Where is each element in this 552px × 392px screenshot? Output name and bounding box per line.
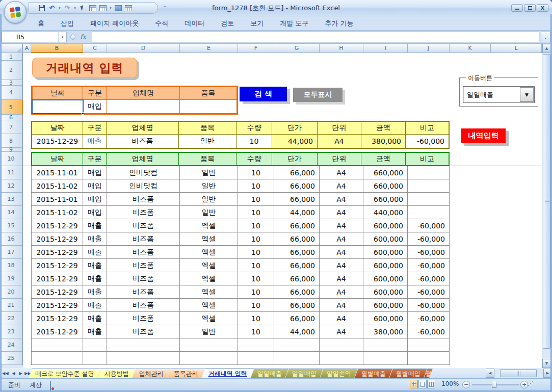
cell[interactable]: 매출 xyxy=(83,299,107,312)
cell[interactable]: 2015-12-29 xyxy=(31,246,83,259)
cell[interactable]: 2015-12-29 xyxy=(31,299,83,312)
cell[interactable]: -60,000 xyxy=(408,272,450,285)
cell[interactable]: -60,000 xyxy=(408,299,450,312)
cell[interactable] xyxy=(363,338,408,352)
undo-dropdown-icon[interactable]: ▾ xyxy=(58,6,62,10)
column-header-D[interactable]: D xyxy=(107,44,180,53)
fill-handle[interactable] xyxy=(82,112,84,115)
cell[interactable]: 비즈폼 xyxy=(107,246,180,259)
cell[interactable]: -60,000 xyxy=(408,232,450,246)
entry-submit-button[interactable]: 내역입력 xyxy=(461,128,506,143)
cell[interactable]: 600,000 xyxy=(363,312,408,325)
header-cell[interactable]: 품목 xyxy=(179,122,236,135)
cell[interactable]: 비즈폼 xyxy=(107,219,180,232)
cell[interactable]: 엑셀 xyxy=(180,272,238,285)
cell[interactable]: 매입 xyxy=(83,166,107,179)
cell[interactable]: 10 xyxy=(238,232,274,246)
cell[interactable]: 10 xyxy=(238,299,274,312)
formula-bar-expand-icon[interactable]: ⌄ xyxy=(541,32,550,42)
cell[interactable]: 일반 xyxy=(180,193,238,206)
header-cell[interactable]: 날짜 xyxy=(33,87,83,100)
table-icon[interactable] xyxy=(88,4,97,13)
horizontal-scrollbar-thumb[interactable] xyxy=(500,369,537,377)
row-header-24[interactable]: 24 xyxy=(0,338,23,352)
ribbon-tab-검토[interactable]: 검토 xyxy=(213,16,242,31)
cell[interactable]: 66,000 xyxy=(274,219,320,232)
column-header-J[interactable]: J xyxy=(408,44,450,53)
sheet-tab-품목관리[interactable]: 품목관리 xyxy=(167,369,205,378)
scroll-up-icon[interactable]: ▲ xyxy=(542,44,551,53)
normal-view-button[interactable] xyxy=(410,380,418,388)
cell[interactable]: 비즈폼 xyxy=(107,259,180,272)
scroll-down-icon[interactable]: ▼ xyxy=(542,359,551,368)
cell[interactable]: 66,000 xyxy=(274,299,320,312)
panel-icon[interactable] xyxy=(114,4,123,13)
header-cell[interactable]: 금액 xyxy=(361,122,406,135)
cell[interactable]: 매출 xyxy=(83,312,107,325)
cell[interactable]: 10 xyxy=(238,285,274,299)
cell[interactable] xyxy=(408,338,450,352)
save-icon[interactable] xyxy=(37,4,46,13)
name-box[interactable]: B5 ▾ xyxy=(2,32,67,42)
column-header-B[interactable]: B xyxy=(31,44,83,53)
cell[interactable] xyxy=(238,338,274,352)
cell[interactable]: 일반 xyxy=(180,166,238,179)
cell[interactable] xyxy=(320,352,363,365)
window-minimize-button[interactable] xyxy=(511,4,523,12)
cell[interactable]: 380,000 xyxy=(361,135,406,148)
cell[interactable]: 10 xyxy=(238,219,274,232)
table-style-icon[interactable] xyxy=(98,4,108,13)
cell[interactable] xyxy=(274,338,320,352)
cell[interactable]: 2015-12-29 xyxy=(31,272,83,285)
cell[interactable]: 66,000 xyxy=(274,285,320,299)
cell[interactable]: 10 xyxy=(238,179,274,193)
select-all-button[interactable] xyxy=(0,44,23,53)
cell[interactable]: 2015-12-29 xyxy=(31,259,83,272)
cell[interactable]: 엑셀 xyxy=(180,259,238,272)
dropdown-arrow-icon[interactable]: ▼ xyxy=(520,87,534,102)
prev-sheet-icon[interactable]: ◀ xyxy=(10,369,17,377)
scroll-right-icon[interactable]: ▶ xyxy=(543,369,552,378)
cell[interactable]: 매출 xyxy=(83,232,107,246)
row-header-21[interactable]: 21 xyxy=(0,299,23,312)
page-break-view-button[interactable] xyxy=(427,380,435,388)
header-cell[interactable]: 품목 xyxy=(180,87,236,100)
ribbon-tab-추가 기능[interactable]: 추가 기능 xyxy=(317,16,361,31)
cell[interactable] xyxy=(320,338,363,352)
cell[interactable] xyxy=(363,352,408,365)
cell[interactable]: A4 xyxy=(320,179,363,193)
cell[interactable]: 66,000 xyxy=(274,179,320,193)
cell[interactable]: 매입 xyxy=(83,179,107,193)
cell[interactable]: 600,000 xyxy=(363,272,408,285)
cell[interactable]: 10 xyxy=(238,272,274,285)
cell[interactable]: 2015-12-29 xyxy=(31,325,83,338)
cell[interactable]: 10 xyxy=(238,325,274,338)
cell[interactable]: 600,000 xyxy=(363,285,408,299)
horizontal-scrollbar[interactable]: ◀ ▶ xyxy=(486,369,552,378)
grid-icon[interactable] xyxy=(124,4,133,13)
cell[interactable]: 2015-12-29 xyxy=(31,285,83,299)
row-header-9[interactable]: 9 xyxy=(0,148,23,152)
header-cell[interactable]: 구분 xyxy=(83,122,107,135)
cell[interactable] xyxy=(408,166,450,179)
cell[interactable]: 2015-11-02 xyxy=(31,206,83,219)
row-header-10[interactable]: 10 xyxy=(0,152,23,166)
cell[interactable]: A4 xyxy=(320,206,363,219)
cell[interactable]: 44,000 xyxy=(272,135,318,148)
cell[interactable] xyxy=(408,179,450,193)
cell[interactable] xyxy=(274,352,320,365)
sheet-tab-매크로 보안수준 설명[interactable]: 매크로 보안수준 설명 xyxy=(29,369,101,378)
cell[interactable]: 엑셀 xyxy=(180,312,238,325)
header-cell[interactable]: 비고 xyxy=(406,122,449,135)
table-style-dropdown-icon[interactable]: ▾ xyxy=(109,6,113,10)
sheet-tab-일일매입[interactable]: 일일매입 xyxy=(285,369,323,378)
cell[interactable]: 일반 xyxy=(179,135,236,148)
column-header-I[interactable]: I xyxy=(363,44,408,53)
row-header-17[interactable]: 17 xyxy=(0,246,23,259)
header-cell[interactable]: 비고 xyxy=(406,153,449,165)
cell[interactable]: A4 xyxy=(320,272,363,285)
cell[interactable]: 매출 xyxy=(83,219,107,232)
cell[interactable]: A4 xyxy=(320,325,363,338)
cell[interactable]: 매출 xyxy=(83,259,107,272)
redo-dropdown-icon[interactable]: ▾ xyxy=(73,6,77,10)
